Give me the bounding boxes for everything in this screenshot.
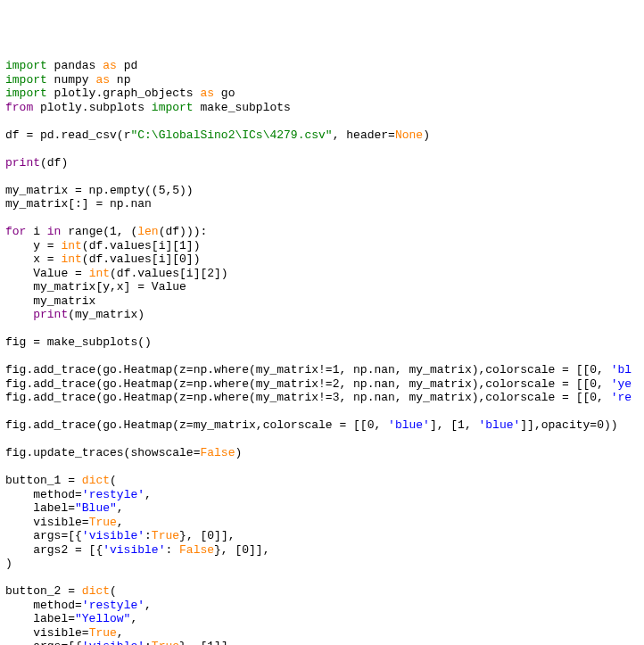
code-token: ]],opacity=0)) [520, 418, 617, 432]
code-token: label= [5, 612, 75, 625]
code-token: as [95, 73, 110, 87]
code-token: range [68, 225, 103, 238]
code-token: import [152, 101, 194, 114]
code-line[interactable]: button_2 = dict( [5, 584, 639, 599]
code-line[interactable]: args2 = [{'visible': False}, [0]], [5, 543, 639, 558]
code-line[interactable]: df = pd.read_csv(r"C:\GlobalSino2\ICs\42… [5, 128, 639, 143]
code-token: "Blue" [75, 501, 117, 515]
code-token: 'blue' [479, 418, 521, 432]
code-token: y = [5, 239, 61, 252]
code-token: my_matrix[y,x] = Value [5, 280, 186, 294]
code-line[interactable]: import pandas as pd [5, 59, 639, 73]
code-token: : [144, 529, 152, 542]
code-line[interactable]: method='restyle', [5, 599, 639, 613]
code-token: my_matrix = np.empty((5,5)) [5, 184, 194, 197]
code-line[interactable]: print(my_matrix) [5, 308, 639, 322]
code-line[interactable]: fig.add_trace(go.Heatmap(z=np.where(my_m… [5, 377, 639, 392]
code-token: 're [611, 391, 632, 404]
code-token: int [89, 267, 110, 280]
code-line[interactable]: args=[{'visible':True}, [1]], [5, 640, 639, 645]
code-token: (df))): [159, 225, 208, 238]
code-token: 'visible' [82, 640, 144, 645]
code-token: int [61, 252, 81, 266]
code-line[interactable]: my_matrix[y,x] = Value [5, 280, 639, 294]
code-token: i [26, 225, 46, 238]
code-token: ) [235, 446, 242, 459]
code-token: as [103, 59, 117, 72]
code-token: int [61, 239, 81, 252]
code-token: len [137, 225, 158, 238]
code-token: go [214, 87, 235, 100]
code-token: make_subplots [194, 101, 291, 114]
code-line[interactable] [5, 322, 639, 336]
code-line[interactable]: ) [5, 557, 639, 571]
code-token: as [200, 87, 214, 100]
code-line[interactable] [5, 405, 639, 419]
code-line[interactable]: fig.add_trace(go.Heatmap(z=np.where(my_m… [5, 363, 639, 377]
code-token: pd [117, 59, 137, 72]
code-editor[interactable]: import pandas as pdimport numpy as npimp… [5, 59, 639, 645]
code-token: fig.add_trace(go.Heatmap(z=np.where(my_m… [5, 377, 611, 391]
code-token: import [5, 73, 47, 87]
code-token: method= [5, 599, 82, 612]
code-token: , header= [333, 128, 395, 142]
code-token: , [117, 626, 124, 640]
code-token: fig.add_trace(go.Heatmap(z=np.where(my_m… [5, 363, 611, 376]
code-line[interactable] [5, 142, 639, 156]
code-line[interactable]: visible=True, [5, 626, 639, 641]
code-line[interactable]: Value = int(df.values[i][2]) [5, 267, 639, 281]
code-token: import [5, 87, 47, 100]
code-token: ) [5, 557, 12, 570]
code-token: from [5, 101, 33, 114]
code-token: 'ye [611, 377, 632, 391]
code-token: my_matrix[:] = np.nan [5, 197, 152, 211]
code-line[interactable] [5, 571, 639, 585]
code-token: Value = [5, 267, 89, 280]
code-line[interactable] [5, 211, 639, 226]
code-line[interactable]: fig.add_trace(go.Heatmap(z=np.where(my_m… [5, 391, 639, 405]
code-token: fig.add_trace(go.Heatmap(z=my_matrix,col… [5, 418, 388, 432]
code-token: True [152, 640, 179, 645]
code-line[interactable]: import numpy as np [5, 73, 639, 87]
code-line[interactable]: print(df) [5, 156, 639, 170]
code-token: "C:\GlobalSino2\ICs\4279.csv" [130, 128, 332, 142]
code-token: 'restyle' [82, 599, 144, 612]
code-line[interactable]: button_1 = dict( [5, 474, 639, 488]
code-line[interactable]: fig.update_traces(showscale=False) [5, 446, 639, 460]
code-line[interactable]: import plotly.graph_objects as go [5, 87, 639, 101]
code-line[interactable]: visible=True, [5, 516, 639, 530]
code-token: 'restyle' [82, 488, 144, 501]
code-token: label= [5, 501, 75, 515]
code-token: print [33, 308, 68, 321]
code-line[interactable]: method='restyle', [5, 488, 639, 502]
code-token: ) [423, 128, 430, 142]
code-line[interactable]: fig = make_subplots() [5, 335, 639, 350]
code-token: }, [0]], [179, 529, 235, 542]
code-line[interactable] [5, 433, 639, 447]
code-line[interactable]: my_matrix = np.empty((5,5)) [5, 184, 639, 198]
code-token: x = [5, 252, 61, 266]
code-token: , [144, 599, 152, 612]
code-line[interactable]: for i in range(1, (len(df))): [5, 225, 639, 239]
code-line[interactable] [5, 170, 639, 184]
code-token: fig.update_traces(showscale= [5, 446, 200, 459]
code-line[interactable]: my_matrix[:] = np.nan [5, 197, 639, 211]
code-line[interactable]: my_matrix [5, 294, 639, 309]
code-line[interactable]: fig.add_trace(go.Heatmap(z=my_matrix,col… [5, 418, 639, 433]
code-line[interactable]: label="Blue", [5, 501, 639, 516]
code-token: ( [110, 474, 117, 487]
code-token: (df.values[i][0]) [82, 252, 201, 266]
code-line[interactable]: label="Yellow", [5, 612, 639, 626]
code-line[interactable] [5, 114, 639, 128]
code-token: import [5, 59, 47, 72]
code-line[interactable]: from plotly.subplots import make_subplot… [5, 101, 639, 115]
code-token: }, [0]], [214, 543, 269, 557]
code-line[interactable] [5, 460, 639, 475]
code-line[interactable]: args=[{'visible':True}, [0]], [5, 529, 639, 543]
code-token: , [144, 488, 152, 501]
code-line[interactable] [5, 350, 639, 364]
code-token: "Yellow" [75, 612, 130, 625]
code-token: , [130, 612, 137, 625]
code-line[interactable]: x = int(df.values[i][0]) [5, 252, 639, 267]
code-line[interactable]: y = int(df.values[i][1]) [5, 239, 639, 253]
